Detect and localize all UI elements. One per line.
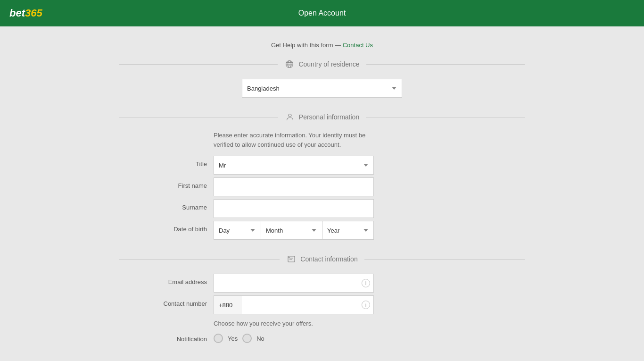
dob-row: Date of birth Day Month Year <box>119 221 525 240</box>
surname-input[interactable] <box>214 199 374 218</box>
offers-text: Choose how you receive your offers. <box>214 320 374 327</box>
contact-section-header: Contact information <box>119 249 525 269</box>
surname-control <box>214 199 374 218</box>
year-select-wrapper[interactable]: Year <box>322 221 374 240</box>
dob-control: Day Month Year <box>214 221 374 240</box>
notification-control: Yes No <box>214 331 374 343</box>
day-select[interactable]: Day <box>214 221 261 240</box>
country-header-inner: Country of residence <box>278 59 366 69</box>
first-name-label: First name <box>119 177 214 189</box>
personal-section-label: Personal information <box>299 113 359 121</box>
title-label: Title <box>119 156 214 168</box>
title-row: Title Mr Mrs Miss Ms Dr <box>119 156 525 175</box>
first-name-input[interactable] <box>214 177 374 196</box>
main-content: Get Help with this form — Contact Us Cou… <box>119 26 525 361</box>
phone-prefix: +880 <box>214 295 242 314</box>
email-label: Email address <box>119 274 214 285</box>
first-name-row: First name <box>119 177 525 196</box>
surname-label: Surname <box>119 199 214 211</box>
globe-icon <box>284 59 295 69</box>
contact-icon <box>286 254 297 264</box>
email-info-icon[interactable]: i <box>362 279 370 287</box>
title-select-wrapper[interactable]: Mr Mrs Miss Ms Dr <box>214 156 374 175</box>
country-select[interactable]: Bangladesh <box>242 79 402 98</box>
personal-header-inner: Personal information <box>278 112 366 122</box>
title-select[interactable]: Mr Mrs Miss Ms Dr <box>214 156 374 175</box>
year-select[interactable]: Year <box>322 221 374 240</box>
svg-rect-6 <box>288 256 295 262</box>
logo-bet-text: bet <box>9 7 25 19</box>
help-bar: Get Help with this form — Contact Us <box>119 36 525 54</box>
email-input[interactable] <box>214 274 374 293</box>
phone-info-icon[interactable]: i <box>362 301 370 309</box>
dob-wrap: Day Month Year <box>214 221 374 240</box>
radio-group: Yes No <box>214 334 374 343</box>
page-title: Open Account <box>298 9 346 17</box>
country-section-header: Country of residence <box>119 54 525 74</box>
phone-label: Contact number <box>119 295 214 307</box>
country-dropdown-wrap: Bangladesh <box>242 79 402 98</box>
yes-label: Yes <box>228 335 238 342</box>
phone-control: +880 i <box>214 295 374 314</box>
personal-section-header: Personal information <box>119 107 525 127</box>
contact-header-inner: Contact information <box>280 254 364 264</box>
title-control: Mr Mrs Miss Ms Dr <box>214 156 374 175</box>
logo-365-text: 365 <box>25 7 42 19</box>
month-select-wrapper[interactable]: Month <box>261 221 322 240</box>
person-icon <box>285 112 295 122</box>
email-row: Email address i <box>119 274 525 293</box>
dob-label: Date of birth <box>119 221 214 233</box>
header: bet365 Open Account <box>0 0 644 26</box>
first-name-control <box>214 177 374 196</box>
no-label: No <box>256 335 264 342</box>
email-control: i <box>214 274 374 293</box>
notification-row: Notification Yes No <box>119 331 525 343</box>
phone-wrap: +880 i <box>214 295 374 314</box>
day-select-wrapper[interactable]: Day <box>214 221 261 240</box>
no-radio[interactable] <box>242 334 252 343</box>
svg-point-5 <box>289 114 291 117</box>
logo: bet365 <box>9 7 42 19</box>
month-select[interactable]: Month <box>261 221 322 240</box>
phone-input[interactable] <box>242 295 374 314</box>
country-section-label: Country of residence <box>298 60 359 68</box>
personal-info-text: Please enter accurate information. Your … <box>214 131 374 149</box>
contact-us-link[interactable]: Contact Us <box>343 42 373 49</box>
country-select-wrapper[interactable]: Bangladesh <box>242 79 402 98</box>
help-prefix: Get Help with this form — <box>271 42 343 49</box>
phone-row: Contact number +880 i <box>119 295 525 314</box>
contact-section-label: Contact information <box>300 255 357 263</box>
yes-radio[interactable] <box>214 334 223 343</box>
surname-row: Surname <box>119 199 525 218</box>
notification-label: Notification <box>119 331 214 343</box>
